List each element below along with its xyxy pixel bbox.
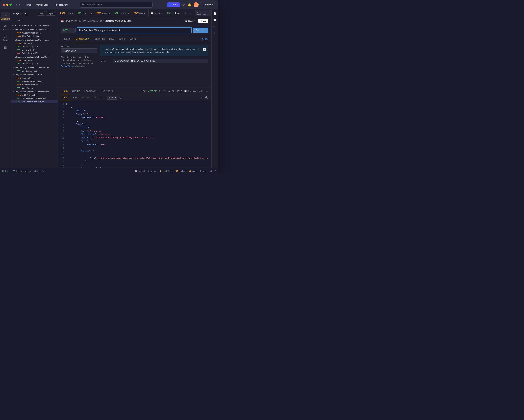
sort-collection-button[interactable]: ≣	[18, 18, 21, 22]
list-item[interactable]: DEL Delete Stay by ID	[11, 51, 58, 55]
auth-type-select[interactable]: Bearer Token ▾	[61, 48, 97, 53]
settings-button[interactable]: ⚙	[182, 2, 185, 7]
trash-button[interactable]: 🗑 Trash	[199, 170, 207, 172]
collection-group-7-header[interactable]: ▼ StayBooking Backend 07. Reservation	[11, 90, 58, 93]
tab-get-list-res-active[interactable]: GET List Rese	[165, 9, 182, 17]
list-item[interactable]: POST Guest Authentication	[11, 31, 58, 34]
invite-button[interactable]: 👤 Invite	[167, 2, 180, 7]
sidebar-item-collections[interactable]: ≡ Collections	[1, 12, 10, 21]
runner-button[interactable]: ▶ Runner	[148, 170, 157, 172]
tab-get-list-rese[interactable]: GET List Rese	[112, 9, 131, 17]
save-button[interactable]: 💾 Save ▾	[183, 19, 197, 23]
minimize-button[interactable]	[6, 4, 8, 6]
docs-button[interactable]: 📄	[212, 11, 217, 16]
back-button[interactable]: ‹	[15, 3, 17, 7]
tab-body[interactable]: Body	[107, 36, 116, 42]
new-button[interactable]: New	[37, 11, 45, 16]
list-item[interactable]: POST Stay Upload	[11, 59, 58, 62]
layout-button[interactable]: ⊞	[210, 170, 212, 172]
environment-selector[interactable]: No environment ▾	[195, 10, 211, 16]
help-button[interactable]: ?	[215, 170, 216, 172]
share-button[interactable]: Share	[199, 19, 209, 23]
list-item[interactable]: POST Add Reservation	[11, 93, 58, 97]
copy-response-button[interactable]: ⎘	[201, 96, 203, 100]
more-options-button[interactable]: •••	[205, 89, 209, 93]
collection-group-3-header[interactable]: ▼ StayBooking Backend 03. Stay Manag...	[11, 38, 58, 42]
add-tab-button[interactable]: ＋	[182, 11, 189, 15]
workspaces-link[interactable]: Workspaces ▾	[34, 3, 52, 7]
send-button[interactable]: Send ▾	[193, 28, 209, 33]
format-tab-preview[interactable]: Preview	[80, 94, 91, 101]
list-item[interactable]: GET Get Stay by ID	[11, 48, 58, 51]
tab-settings[interactable]: Settings	[128, 36, 139, 42]
collection-group-1-header[interactable]: ▶ StayBooking Backend 01. User Registr..…	[11, 24, 58, 27]
vault-button[interactable]: 🔒 Vault	[189, 170, 196, 172]
search-bar[interactable]: 🔍	[80, 2, 153, 8]
tab-staybooking[interactable]: 📋 StayBook	[148, 9, 165, 17]
token-input[interactable]: eyJhbGciOiJIUzI1NiJ9.eyJzdWIiOiJldmUiLC.…	[113, 59, 209, 63]
code-button[interactable]: </>	[212, 24, 218, 29]
cookies-link[interactable]: Cookies	[201, 38, 209, 40]
format-tab-raw[interactable]: Raw	[71, 94, 79, 101]
notifications-button[interactable]: 🔔	[187, 2, 192, 7]
list-item[interactable]: GET List Stays by Host	[11, 62, 58, 65]
avatar[interactable]: ●	[193, 2, 199, 7]
cookies-button[interactable]: 🍪 Cookies	[175, 170, 186, 172]
collection-group-2-header[interactable]: ▼ StayBooking Backend 02. Token Auth...	[11, 28, 58, 31]
console-button[interactable]: ⊡ Console	[34, 170, 44, 172]
method-select[interactable]: GET ▾	[61, 28, 76, 33]
format-tab-visualize[interactable]: Visualize	[92, 94, 104, 101]
resp-tab-body[interactable]: Body	[61, 88, 70, 94]
add-collection-button[interactable]: ＋	[13, 18, 16, 22]
tab-scripts[interactable]: Scripts	[117, 36, 127, 42]
list-item[interactable]: POST Guest Authentication	[11, 83, 58, 86]
collection-group-6-header[interactable]: ▼ StayBooking Backend 06. Search	[11, 73, 58, 76]
status-indicator[interactable]: Online	[2, 170, 10, 172]
tab-params[interactable]: Params	[61, 36, 72, 42]
tab-headers[interactable]: Headers (7)	[92, 36, 107, 42]
api-network-link[interactable]: API Network ▾	[53, 3, 71, 7]
resp-tab-headers[interactable]: Headers (11)	[83, 88, 99, 94]
home-link[interactable]: Home	[23, 3, 33, 7]
info-button[interactable]: ℹ	[213, 30, 216, 35]
sidebar-item-environments[interactable]: ⊕ Environments	[1, 23, 10, 32]
upgrade-button[interactable]: Upgrade ▾	[200, 2, 215, 7]
list-item[interactable]: POST Stay Upload	[11, 42, 58, 45]
save-example-button[interactable]: 💾 Save as example	[184, 90, 203, 92]
close-button[interactable]	[3, 4, 5, 6]
url-input[interactable]	[79, 29, 190, 32]
find-replace-button[interactable]: 🔍 Find and replace	[13, 170, 31, 172]
maximize-button[interactable]	[9, 4, 12, 6]
more-collections-button[interactable]: •••	[22, 18, 26, 22]
breadcrumb-collection[interactable]: StayBooking Backend 07. Reservation	[65, 20, 102, 22]
list-item[interactable]: GET List Stay by Host	[11, 69, 58, 73]
tab-post-add-res[interactable]: POST Add Res	[94, 9, 112, 17]
format-tab-pretty[interactable]: Pretty	[61, 94, 70, 101]
postbot-button[interactable]: 🤖 Postbot	[135, 170, 145, 172]
sidebar-item-apps[interactable]: ⊞	[1, 44, 10, 51]
list-item[interactable]: GET Stay Search	[11, 86, 58, 90]
tab-get-stay-see[interactable]: GET Stay See	[75, 9, 94, 17]
list-item[interactable]: GET List Stays by Host	[11, 45, 58, 48]
format-type-select[interactable]: JSON ▾	[107, 96, 117, 100]
format-options-button[interactable]: ⚙	[119, 96, 122, 100]
tab-post-host-au[interactable]: POST Host Au	[131, 9, 148, 17]
list-item[interactable]: GET List Reservations by Guest	[11, 97, 58, 100]
tab-overflow-button[interactable]: ▾	[189, 12, 193, 15]
sidebar-item-history[interactable]: ⏱ History	[1, 34, 10, 43]
forward-button[interactable]: ›	[18, 3, 21, 7]
resp-tab-cookies[interactable]: Cookies	[70, 88, 82, 94]
bearer-token-link[interactable]: Bearer Token	[61, 65, 73, 67]
search-input[interactable]	[86, 3, 150, 6]
start-proxy-button[interactable]: ⚡ Start Proxy	[159, 170, 173, 172]
resp-tab-test-results[interactable]: Test Results	[100, 88, 115, 94]
import-button[interactable]: Import	[46, 11, 56, 16]
collection-group-4-header[interactable]: ▼ StayBooking Backend 04. Image Servi...	[11, 55, 58, 59]
notice-close-button[interactable]: ✕	[203, 48, 206, 51]
collection-group-5-header[interactable]: ▼ StayBooking Backend 05. Token Prote...	[11, 66, 58, 69]
list-item[interactable]: GET Stay Geolocation Search	[11, 80, 58, 83]
search-response-button[interactable]: 🔍	[205, 96, 209, 100]
comments-button[interactable]: 💬	[212, 17, 217, 23]
list-item[interactable]: POST Host Authentication	[11, 34, 58, 38]
list-item-active[interactable]: GET List Reservations by Stay	[11, 100, 58, 103]
